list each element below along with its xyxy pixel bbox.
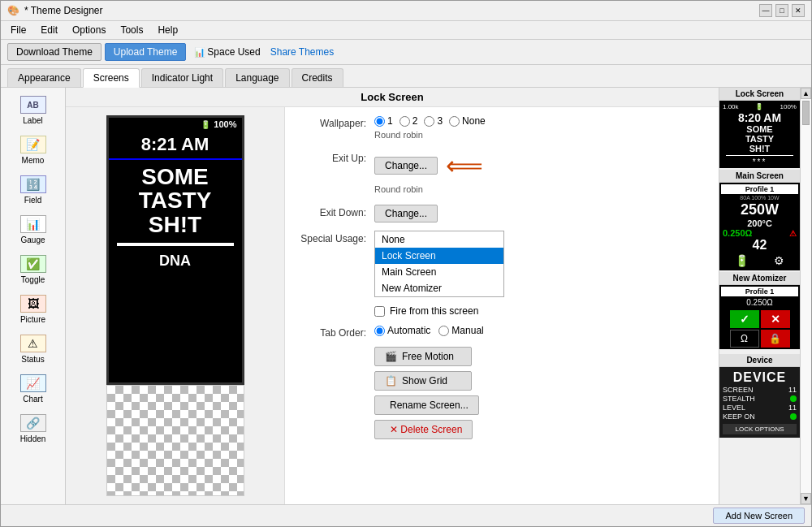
device-stealth-dot	[790, 395, 797, 402]
maximize-button[interactable]: □	[775, 4, 788, 17]
wallpaper-radio-1[interactable]: 1	[374, 115, 393, 127]
space-used-container: 📊 Space Used	[194, 46, 260, 58]
device-preview: 🔋 100% 8:21 AM SOME TASTY SH!T DNA	[66, 107, 285, 504]
delete-screen-button[interactable]: ✕ Delete Screen	[374, 420, 473, 439]
menu-options[interactable]: Options	[66, 23, 112, 37]
menu-file[interactable]: File	[4, 23, 32, 37]
wallpaper-row: Wallpaper: 1 2 3 None Round robin	[293, 115, 710, 142]
device-screen-label: SCREEN	[723, 386, 754, 394]
fire-checkbox-label[interactable]: Fire from this screen	[374, 305, 710, 317]
sidebar-item-status[interactable]: ⚠ Status	[4, 330, 62, 368]
sidebar-item-gauge[interactable]: 📊 Gauge	[4, 210, 62, 248]
sidebar-label-text: Label	[23, 116, 42, 125]
atomizer-buttons: ✓ ✕	[721, 310, 798, 328]
sidebar-item-field[interactable]: 🔢 Field	[4, 171, 62, 209]
mini-profile: Profile 1	[721, 184, 798, 194]
show-grid-icon: 📋	[385, 375, 397, 387]
device-bottom: DNA	[109, 248, 242, 274]
wallpaper-radio-2[interactable]: 2	[400, 115, 418, 127]
special-usage-main-screen[interactable]: Main Screen	[375, 264, 503, 280]
upload-theme-button[interactable]: Upload Theme	[105, 43, 187, 61]
mini-battery-icon: 🔋	[755, 103, 763, 110]
exit-up-button[interactable]: Change...	[374, 157, 438, 175]
atomizer-buttons2: Ω 🔒	[721, 330, 798, 348]
mini-gear-icon: ⚙	[774, 254, 784, 267]
tab-language[interactable]: Language	[225, 68, 289, 87]
device-screen-value: 11	[788, 386, 797, 394]
device-level-value: 11	[788, 404, 797, 412]
free-motion-button[interactable]: 🎬 Free Motion	[374, 347, 472, 366]
main-window: 🎨 * Theme Designer — □ ✕ File Edit Optio…	[0, 0, 812, 527]
window-title: * Theme Designer	[24, 5, 103, 16]
fire-checkbox[interactable]	[374, 306, 385, 317]
show-grid-button[interactable]: 📋 Show Grid	[374, 371, 472, 391]
atomizer-resistance: 0.250Ω	[721, 296, 798, 309]
wallpaper-label: Wallpaper:	[293, 115, 366, 129]
app-icon: 🎨	[7, 5, 19, 16]
device-row-level: LEVEL 11	[723, 404, 797, 412]
window-controls: — □ ✕	[759, 4, 805, 17]
sidebar-status-text: Status	[21, 355, 44, 364]
device-row-keepon: KEEP ON	[723, 413, 797, 421]
device-level-label: LEVEL	[723, 404, 745, 412]
scroll-down-button[interactable]: ▼	[801, 493, 811, 504]
mini-battery-icon2: 🔋	[735, 254, 749, 267]
scroll-thumb[interactable]	[802, 101, 810, 125]
tab-indicator-light[interactable]: Indicator Light	[141, 68, 223, 87]
menu-help[interactable]: Help	[151, 23, 184, 37]
right-scrollbar: ▲ ▼	[800, 88, 811, 504]
free-motion-label: Free Motion	[402, 351, 454, 362]
special-usage-lock-screen[interactable]: Lock Screen	[375, 248, 503, 264]
atomizer-profile: Profile 1	[721, 287, 798, 296]
tab-order-row: Tab Order: Automatic Manual	[293, 325, 710, 339]
share-themes-link[interactable]: Share Themes	[270, 46, 335, 58]
main-content: AB Label 📝 Memo 🔢 Field 📊 Gauge ✅ Toggle…	[1, 88, 811, 504]
tab-order-manual[interactable]: Manual	[438, 325, 483, 336]
wallpaper-radio-none[interactable]: None	[449, 115, 486, 127]
device-keepon-dot	[790, 413, 797, 420]
new-atomizer-preview-title: New Atomizer	[719, 272, 800, 285]
text-line2: TASTY	[112, 188, 239, 212]
action-buttons: 🎬 Free Motion 📋 Show Grid Rename Screen.…	[374, 347, 710, 439]
tab-order-auto[interactable]: Automatic	[374, 325, 430, 336]
screen-title: Lock Screen	[66, 88, 719, 107]
add-new-screen-button[interactable]: Add New Screen	[713, 508, 805, 524]
sidebar-toggle-text: Toggle	[21, 275, 45, 284]
mini-lock-text: SOME TASTY SH!T	[721, 124, 798, 153]
menu-tools[interactable]: Tools	[114, 23, 149, 37]
tab-order-manual-label: Manual	[451, 325, 483, 336]
scroll-up-button[interactable]: ▲	[801, 88, 811, 99]
exit-up-sub-label: Round robin	[374, 184, 710, 194]
add-screen-bar: Add New Screen	[1, 504, 811, 526]
close-button[interactable]: ✕	[792, 4, 805, 17]
download-theme-button[interactable]: Download Theme	[7, 43, 102, 61]
special-usage-new-atomizer[interactable]: New Atomizer	[375, 280, 503, 296]
battery-percent: 100%	[214, 119, 236, 129]
device-screen: 🔋 100% 8:21 AM SOME TASTY SH!T DNA	[106, 115, 244, 385]
sidebar-item-chart[interactable]: 📈 Chart	[4, 369, 62, 408]
special-usage-none[interactable]: None	[375, 231, 503, 248]
sidebar-item-toggle[interactable]: ✅ Toggle	[4, 250, 62, 288]
exit-down-button[interactable]: Change...	[374, 205, 438, 222]
device-row-stealth: STEALTH	[723, 395, 797, 403]
sidebar-hidden-text: Hidden	[20, 434, 46, 443]
wallpaper-radio-3[interactable]: 3	[424, 115, 443, 127]
sidebar-item-label[interactable]: AB Label	[4, 91, 62, 129]
sidebar-item-memo[interactable]: 📝 Memo	[4, 131, 62, 169]
sidebar-item-picture[interactable]: 🖼 Picture	[4, 290, 62, 328]
hidden-icon: 🔗	[20, 414, 46, 432]
exit-down-row: Exit Down: Change...	[293, 205, 710, 222]
tab-appearance[interactable]: Appearance	[7, 68, 81, 87]
mini-top-bar: 1.00k 🔋 100%	[721, 102, 798, 111]
tab-screens[interactable]: Screens	[83, 68, 140, 88]
sidebar-item-hidden[interactable]: 🔗 Hidden	[4, 409, 62, 447]
menu-edit[interactable]: Edit	[34, 23, 64, 37]
minimize-button[interactable]: —	[759, 4, 772, 17]
device-keepon-label: KEEP ON	[723, 413, 755, 421]
space-used-icon: 📊	[194, 47, 205, 58]
tab-credits[interactable]: Credits	[292, 68, 343, 87]
rename-screen-button[interactable]: Rename Screen...	[374, 395, 479, 415]
mini-temp: 200°C	[721, 218, 798, 228]
mini-line3: SH!T	[721, 144, 798, 153]
label-icon: AB	[20, 96, 46, 114]
